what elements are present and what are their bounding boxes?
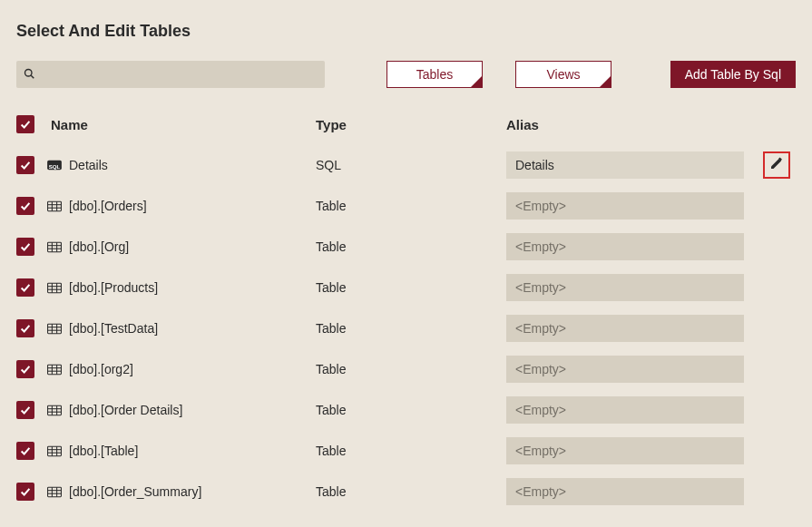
col-header-alias: Alias: [506, 117, 760, 132]
row-type: SQL: [316, 158, 506, 172]
alias-input[interactable]: [506, 274, 744, 301]
views-button-label: Views: [546, 67, 580, 82]
alias-input[interactable]: [506, 192, 744, 220]
table-row: [dbo].[Products]Table: [16, 267, 796, 307]
row-type: Table: [316, 403, 506, 417]
add-table-by-sql-button[interactable]: Add Table By Sql: [670, 61, 796, 88]
table-icon: [47, 444, 62, 457]
tables-grid: Name Type Alias SQLDetailsSQL[dbo].[Orde…: [0, 104, 812, 512]
svg-rect-30: [48, 405, 62, 415]
svg-text:SQL: SQL: [49, 162, 61, 169]
table-row: [dbo].[Table]Table: [16, 430, 796, 471]
alias-input[interactable]: [506, 233, 744, 260]
svg-rect-10: [48, 242, 62, 252]
table-icon: [47, 404, 62, 416]
tables-button-label: Tables: [416, 67, 453, 82]
table-row: [dbo].[TestData]Table: [16, 307, 796, 348]
search-icon: [24, 67, 34, 82]
row-name: [dbo].[Products]: [69, 280, 158, 295]
table-row: [dbo].[Org]Table: [16, 226, 796, 267]
row-checkbox[interactable]: [16, 238, 34, 256]
page-title: Select And Edit Tables: [0, 0, 812, 41]
table-row: [dbo].[org2]Table: [16, 348, 796, 389]
table-icon: [47, 240, 62, 253]
row-checkbox[interactable]: [16, 278, 34, 297]
row-checkbox[interactable]: [16, 197, 34, 215]
toolbar: Tables Views Add Table By Sql: [0, 41, 812, 104]
row-checkbox[interactable]: [16, 319, 34, 337]
row-type: Table: [316, 321, 506, 336]
svg-point-0: [25, 70, 33, 77]
row-type: Table: [316, 199, 506, 213]
row-type: Table: [316, 280, 506, 295]
row-checkbox[interactable]: [16, 483, 34, 501]
row-type: Table: [316, 362, 506, 376]
alias-input[interactable]: [506, 396, 744, 424]
row-checkbox[interactable]: [16, 401, 34, 419]
views-button[interactable]: Views: [515, 61, 611, 88]
svg-rect-5: [48, 201, 62, 211]
svg-rect-20: [48, 324, 62, 334]
alias-input[interactable]: [506, 437, 744, 464]
col-header-name: Name: [44, 117, 316, 132]
search-box[interactable]: [16, 61, 325, 88]
row-name: Details: [69, 158, 108, 172]
col-header-type: Type: [316, 117, 506, 132]
alias-input[interactable]: [506, 478, 744, 505]
row-name: [dbo].[Org]: [69, 239, 129, 254]
alias-input[interactable]: [506, 315, 744, 342]
sql-icon: SQL: [47, 159, 62, 171]
table-row: [dbo].[Order Details]Table: [16, 389, 796, 430]
row-type: Table: [316, 444, 506, 458]
table-icon: [47, 363, 62, 376]
row-name: [dbo].[org2]: [69, 362, 133, 376]
table-icon: [47, 485, 62, 498]
search-input[interactable]: [34, 66, 318, 83]
table-row: [dbo].[Order_Summary]Table: [16, 471, 796, 512]
row-name: [dbo].[TestData]: [69, 321, 158, 336]
row-checkbox[interactable]: [16, 360, 34, 378]
select-all-checkbox[interactable]: [16, 115, 34, 133]
row-name: [dbo].[Order_Summary]: [69, 484, 201, 499]
row-checkbox[interactable]: [16, 156, 34, 174]
table-row: SQLDetailsSQL: [16, 144, 796, 185]
svg-line-1: [31, 75, 34, 78]
tables-button[interactable]: Tables: [386, 61, 483, 88]
row-type: Table: [316, 239, 506, 254]
add-table-by-sql-label: Add Table By Sql: [685, 67, 781, 82]
svg-rect-40: [48, 487, 62, 497]
svg-rect-25: [48, 365, 62, 375]
row-name: [dbo].[Order Details]: [69, 403, 182, 417]
table-icon: [47, 200, 62, 212]
pencil-icon: [769, 156, 784, 173]
table-icon: [47, 322, 62, 335]
row-name: [dbo].[Orders]: [69, 199, 147, 213]
svg-rect-15: [48, 283, 62, 293]
row-type: Table: [316, 484, 506, 499]
table-row: [dbo].[Orders]Table: [16, 185, 796, 226]
table-icon: [47, 281, 62, 294]
svg-rect-35: [48, 446, 62, 456]
alias-input[interactable]: [506, 151, 744, 179]
grid-header: Name Type Alias: [16, 104, 796, 144]
row-name: [dbo].[Table]: [69, 444, 138, 458]
alias-input[interactable]: [506, 356, 744, 383]
edit-alias-button[interactable]: [763, 151, 790, 179]
row-checkbox[interactable]: [16, 442, 34, 460]
